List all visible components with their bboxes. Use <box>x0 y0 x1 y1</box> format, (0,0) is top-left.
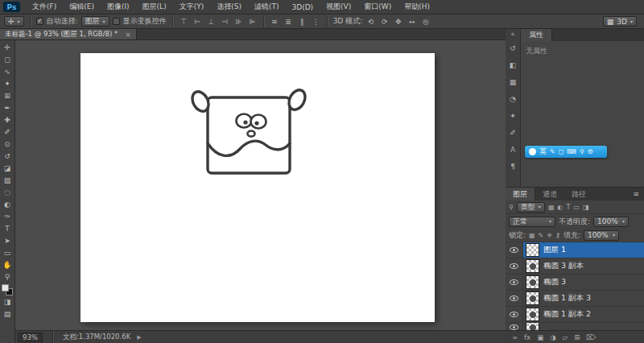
pen-tool[interactable]: ✑ <box>1 210 14 222</box>
auto-select-dropdown[interactable]: 图层 ▾ <box>81 16 109 27</box>
menu-view[interactable]: 视图(V) <box>320 0 357 14</box>
character-panel-icon[interactable]: A <box>510 146 515 156</box>
gradient-tool[interactable]: ▨ <box>1 174 14 186</box>
layer-row[interactable]: 椭圆 3 副本 <box>506 258 644 275</box>
delete-layer-icon[interactable]: ⌦ <box>586 333 596 341</box>
menu-select[interactable]: 选择(S) <box>210 0 248 14</box>
lock-position-icon[interactable]: ✛ <box>547 232 552 239</box>
visibility-eye-icon[interactable] <box>506 258 523 274</box>
adjustment-layer-icon[interactable]: ◑ <box>550 333 555 341</box>
layer-mask-icon[interactable]: ▣ <box>537 333 543 341</box>
styles-panel-icon[interactable]: ✦ <box>510 112 516 122</box>
distribute-middle-icon[interactable]: ≣ <box>283 18 294 26</box>
menu-window[interactable]: 窗口(W) <box>357 0 398 14</box>
tab-paths[interactable]: 路径 <box>564 188 593 200</box>
color-panel-icon[interactable]: ◧ <box>510 61 517 72</box>
menu-layer[interactable]: 图层(L) <box>136 0 173 14</box>
layer-thumbnail[interactable] <box>526 323 539 330</box>
quick-mask-button[interactable]: ◨ <box>1 295 14 308</box>
opacity-field[interactable]: 100% ▾ <box>593 217 629 227</box>
filter-type-icon[interactable]: T <box>566 204 570 211</box>
filter-type-dropdown[interactable]: 类型 ▾ <box>517 202 545 213</box>
lasso-tool[interactable]: ∿ <box>1 65 14 77</box>
tab-layers[interactable]: 图层 <box>506 188 535 200</box>
lock-pixels-icon[interactable]: ✎ <box>539 232 544 239</box>
tool-preset-picker[interactable]: ✛ ▾ <box>4 16 24 27</box>
lock-transparency-icon[interactable]: ▦ <box>529 232 535 239</box>
auto-select-checkbox[interactable]: ✓ <box>36 18 43 25</box>
align-right-icon[interactable]: ⊫ <box>247 18 258 26</box>
layer-row[interactable]: 椭圆 3 <box>506 275 644 291</box>
menu-edit[interactable]: 编辑(E) <box>63 0 101 14</box>
layer-thumbnail[interactable] <box>526 243 539 257</box>
layer-row-partial[interactable] <box>506 323 644 330</box>
collapse-dock-icon[interactable]: « <box>511 31 515 38</box>
3d-roll-icon[interactable]: ⟳ <box>379 18 390 26</box>
layer-effects-icon[interactable]: fx <box>524 333 530 341</box>
visibility-eye-icon[interactable] <box>506 275 523 290</box>
workspace-switcher[interactable]: ▦ 3D ▾ <box>603 16 637 27</box>
layer-thumbnail[interactable] <box>526 291 539 305</box>
distribute-bottom-icon[interactable]: ∥ <box>297 18 308 26</box>
menu-3d[interactable]: 3D(D) <box>285 0 320 14</box>
ime-mode-toggle[interactable]: 英 <box>539 147 547 157</box>
path-selection-tool[interactable]: ➤ <box>1 234 14 246</box>
paragraph-panel-icon[interactable]: ¶ <box>510 163 515 173</box>
brush-tool[interactable]: ✐ <box>1 126 14 138</box>
menu-image[interactable]: 图像(I) <box>101 0 136 14</box>
ime-toolbar[interactable]: 英 ✎ ◻ ⌨ ⚲ ⚙ <box>525 146 607 158</box>
visibility-eye-icon[interactable] <box>506 242 523 258</box>
distribute-left-icon[interactable]: ⋮ <box>311 18 321 26</box>
layer-row[interactable]: 椭圆 1 副本 2 <box>506 307 644 323</box>
ime-logo-icon[interactable] <box>529 148 536 155</box>
screen-mode-button[interactable]: ▤ <box>1 308 14 320</box>
clone-stamp-tool[interactable]: ⊙ <box>1 138 14 150</box>
swatches-panel-icon[interactable]: ▦ <box>510 78 517 89</box>
tab-channels[interactable]: 通道 <box>535 188 564 200</box>
new-layer-icon[interactable]: ⊞ <box>574 333 580 341</box>
layer-thumbnail[interactable] <box>526 308 539 321</box>
quick-selection-tool[interactable]: ✦ <box>1 77 14 89</box>
document-canvas[interactable] <box>80 53 435 322</box>
tab-properties[interactable]: 属性 <box>521 29 552 41</box>
align-left-icon[interactable]: ⊣ <box>220 18 230 26</box>
layer-thumbnail[interactable] <box>526 275 539 289</box>
panel-menu-icon[interactable]: ≡ <box>628 188 644 200</box>
align-top-icon[interactable]: ⊤ <box>179 18 189 26</box>
type-tool[interactable]: T <box>1 222 14 234</box>
layer-row[interactable]: 图层 1 <box>506 242 644 258</box>
align-bottom-icon[interactable]: ⊥ <box>206 18 217 26</box>
menu-file[interactable]: 文件(F) <box>26 0 63 14</box>
move-tool[interactable]: ✛ <box>1 41 14 53</box>
layer-group-icon[interactable]: ▱ <box>563 333 568 341</box>
color-swatches[interactable] <box>2 284 13 295</box>
healing-brush-tool[interactable]: ✚ <box>1 114 14 126</box>
foreground-color-swatch[interactable] <box>2 284 9 291</box>
blend-mode-dropdown[interactable]: 正常 ▾ <box>509 217 555 227</box>
zoom-tool[interactable]: ⚲ <box>1 271 14 283</box>
menu-filter[interactable]: 滤镜(T) <box>248 0 286 14</box>
eyedropper-tool[interactable]: ✒ <box>1 101 14 114</box>
filter-adjustment-icon[interactable]: ◐ <box>557 204 563 211</box>
ime-pen-icon[interactable]: ✎ <box>550 148 555 155</box>
align-middle-icon[interactable]: ⊢ <box>192 18 203 26</box>
shape-tool[interactable]: ▭ <box>1 246 14 258</box>
close-tab-icon[interactable]: × <box>125 31 131 39</box>
3d-slide-icon[interactable]: ↔ <box>407 18 417 26</box>
visibility-eye-icon[interactable] <box>506 307 523 322</box>
marquee-tool[interactable]: ◻ <box>1 53 14 65</box>
brush-panel-icon[interactable]: ✐ <box>510 129 516 139</box>
ime-search-icon[interactable]: ⚲ <box>580 148 584 155</box>
lock-all-icon[interactable]: ⚷ <box>555 232 560 239</box>
menu-type[interactable]: 文字(Y) <box>173 0 211 14</box>
filter-shape-icon[interactable]: ▭ <box>573 204 580 211</box>
ime-settings-icon[interactable]: ⚙ <box>588 148 593 155</box>
filter-smart-icon[interactable]: ◨ <box>583 204 589 211</box>
crop-tool[interactable]: ⊞ <box>1 89 14 101</box>
visibility-eye-icon[interactable] <box>506 291 523 306</box>
layer-row[interactable]: 椭圆 1 副本 3 <box>506 291 644 307</box>
distribute-top-icon[interactable]: ≡ <box>270 18 280 26</box>
filter-pixel-icon[interactable]: ▦ <box>548 204 555 211</box>
history-brush-tool[interactable]: ↺ <box>1 150 14 162</box>
adjustments-panel-icon[interactable]: ◔ <box>510 95 516 105</box>
